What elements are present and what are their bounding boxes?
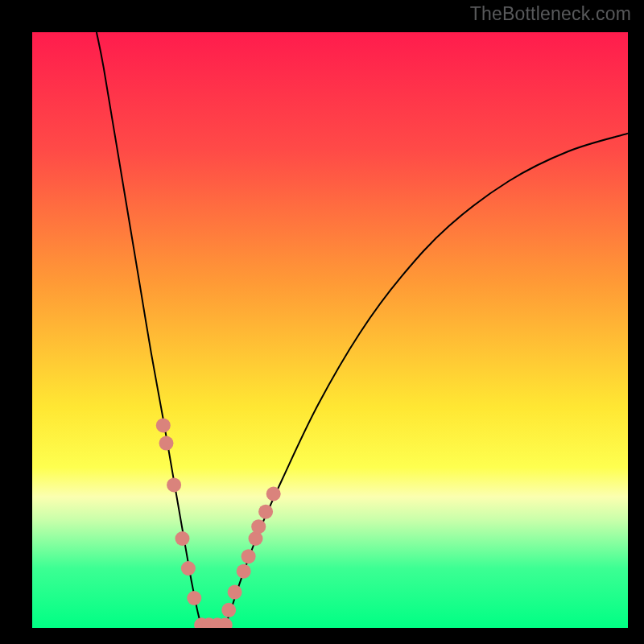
data-marker xyxy=(221,603,236,617)
data-markers xyxy=(156,418,281,628)
watermark-text: TheBottleneck.com xyxy=(470,3,631,25)
bottleneck-curve xyxy=(32,32,628,628)
data-marker xyxy=(242,549,256,564)
data-marker xyxy=(251,519,266,534)
data-marker xyxy=(156,418,171,432)
data-marker xyxy=(167,477,181,492)
data-marker xyxy=(237,564,251,579)
data-marker xyxy=(159,436,174,451)
data-marker xyxy=(175,531,189,546)
chart-frame: TheBottleneck.com xyxy=(0,0,644,644)
plot-area xyxy=(32,32,628,628)
data-marker xyxy=(258,505,273,519)
data-marker xyxy=(228,585,242,600)
data-marker xyxy=(187,591,201,605)
data-marker xyxy=(266,487,281,502)
data-marker xyxy=(181,561,196,576)
